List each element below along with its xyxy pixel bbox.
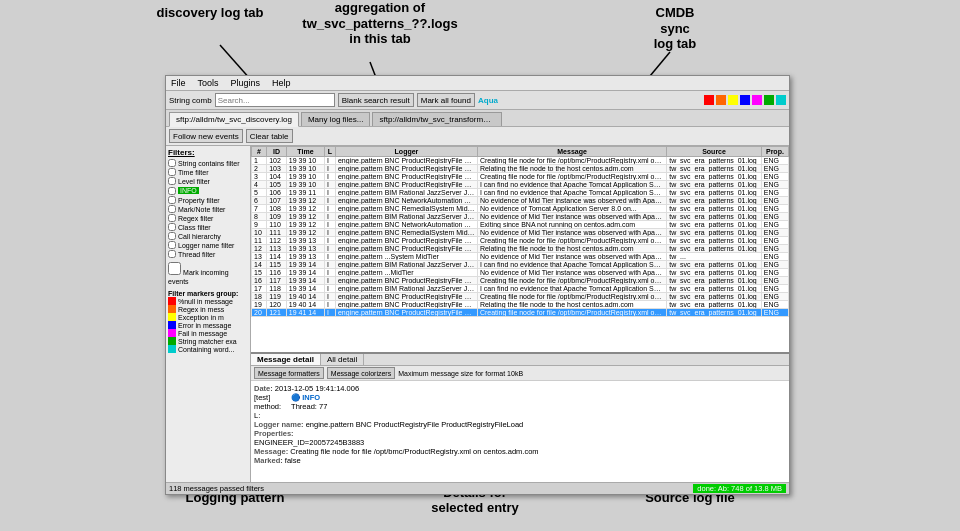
log-table-container[interactable]: # ID Time L Logger Message Source Prop. bbox=[251, 146, 789, 352]
filter-property-checkbox[interactable] bbox=[168, 196, 176, 204]
table-row[interactable]: 2 103 19 39 10 I engine.pattern BNC Prod… bbox=[252, 165, 789, 173]
marker-fail-color bbox=[168, 329, 176, 337]
filter-call-hierarchy-checkbox[interactable] bbox=[168, 232, 176, 240]
toolbar-color-magenta bbox=[752, 95, 762, 105]
filter-mark-note-checkbox[interactable] bbox=[168, 205, 176, 213]
table-row[interactable]: 10 111 19 39 12 I engine.pattern BNC Rem… bbox=[252, 229, 789, 237]
filter-info-checkbox[interactable] bbox=[168, 187, 176, 195]
col-time: Time bbox=[286, 147, 324, 157]
tab-transformer[interactable]: sftp://alldm/tw_svc_transformer.log bbox=[372, 112, 502, 126]
mark-incoming-checkbox[interactable] bbox=[168, 262, 181, 275]
detail-level-info: 🔵 INFO Thread: 77 bbox=[291, 393, 327, 420]
cell-num: 6 bbox=[252, 197, 267, 205]
cell-source: tw_svc_era_patterns_01.log bbox=[667, 301, 762, 309]
cell-id: 115 bbox=[267, 261, 287, 269]
filter-class: Class filter bbox=[168, 223, 248, 231]
filter-property: Property filter bbox=[168, 196, 248, 204]
message-formatters-button[interactable]: Message formatters bbox=[254, 367, 324, 379]
table-row[interactable]: 8 109 19 39 12 I engine.pattern BIM Rati… bbox=[252, 213, 789, 221]
table-row[interactable]: 17 118 19 39 14 I engine.pattern BIM Rat… bbox=[252, 285, 789, 293]
cell-prop: ENG bbox=[761, 221, 788, 229]
toolbar2: Follow new events Clear table bbox=[166, 127, 789, 146]
cell-logger: engine.pattern BNC ProductRegistryFile P… bbox=[335, 181, 477, 189]
cell-level: I bbox=[325, 157, 336, 165]
cell-num: 20 bbox=[252, 309, 267, 317]
app-window: File Tools Plugins Help String comb Blan… bbox=[165, 75, 790, 495]
cell-message: No evidence of Mid Tier instance was obs… bbox=[477, 253, 666, 261]
table-row[interactable]: 4 105 19 39 10 I engine.pattern BNC Prod… bbox=[252, 181, 789, 189]
cell-level: I bbox=[325, 285, 336, 293]
cell-source: tw_svc_era_patterns_01.log bbox=[667, 181, 762, 189]
table-row[interactable]: 11 112 19 39 13 I engine.pattern BNC Pro… bbox=[252, 237, 789, 245]
menu-file[interactable]: File bbox=[169, 77, 188, 89]
mark-all-found-button[interactable]: Mark all found bbox=[417, 93, 475, 107]
table-row[interactable]: 1 102 19 39 10 I engine.pattern BNC Prod… bbox=[252, 157, 789, 165]
table-row[interactable]: 18 119 19 40 14 I engine.pattern BNC Pro… bbox=[252, 293, 789, 301]
filter-string-contains-checkbox[interactable] bbox=[168, 159, 176, 167]
col-hash: # bbox=[252, 147, 267, 157]
cell-message: Creating file node for file /opt/bmc/Pro… bbox=[477, 277, 666, 285]
toolbar-color-blue bbox=[740, 95, 750, 105]
table-row[interactable]: 16 117 19 39 14 I engine.pattern BNC Pro… bbox=[252, 277, 789, 285]
message-colorizers-button[interactable]: Message colorizers bbox=[327, 367, 395, 379]
table-row[interactable]: 3 104 19 39 10 I engine.pattern BNC Prod… bbox=[252, 173, 789, 181]
cell-time: 19 39 10 bbox=[286, 157, 324, 165]
filter-mark-note: Mark/Note filter bbox=[168, 205, 248, 213]
cell-logger: engine.pattern BNC NetworkAutomation Aut… bbox=[335, 221, 477, 229]
menu-tools[interactable]: Tools bbox=[196, 77, 221, 89]
tab-all-detail[interactable]: All detail bbox=[321, 354, 364, 365]
table-row[interactable]: 14 115 19 39 14 I engine.pattern BIM Rat… bbox=[252, 261, 789, 269]
table-row[interactable]: 15 116 19 39 14 I engine.pattern ...MidT… bbox=[252, 269, 789, 277]
cell-time: 19 40 14 bbox=[286, 301, 324, 309]
cell-time: 19 39 14 bbox=[286, 285, 324, 293]
filter-markers-label: Filter markers group: bbox=[168, 290, 248, 297]
cell-prop: ENG bbox=[761, 173, 788, 181]
table-row[interactable]: 19 120 19 40 14 I engine.pattern BNC Pro… bbox=[252, 301, 789, 309]
blank-search-button[interactable]: Blank search result bbox=[338, 93, 414, 107]
clear-table-button[interactable]: Clear table bbox=[246, 129, 293, 143]
cell-message: Creating file node for file /opt/bmc/Pro… bbox=[477, 309, 666, 317]
filter-level: Level filter bbox=[168, 177, 248, 185]
table-row[interactable]: 13 114 19 39 13 I engine.pattern ...Syst… bbox=[252, 253, 789, 261]
max-size-label: Maximum message size for format 10kB bbox=[398, 370, 523, 377]
filter-level-checkbox[interactable] bbox=[168, 177, 176, 185]
tab-discovery[interactable]: sftp://alldm/tw_svc_discovery.log bbox=[169, 112, 299, 127]
search-input[interactable] bbox=[215, 93, 335, 107]
tab-message-detail[interactable]: Message detail bbox=[251, 354, 321, 365]
cell-prop: ENG bbox=[761, 245, 788, 253]
cell-id: 107 bbox=[267, 197, 287, 205]
cell-source: tw_svc_era_patterns_01.log bbox=[667, 165, 762, 173]
follow-new-events-button[interactable]: Follow new events bbox=[169, 129, 243, 143]
table-row[interactable]: 12 113 19 39 13 I engine.pattern BNC Pro… bbox=[252, 245, 789, 253]
table-row[interactable]: 9 110 19 39 12 I engine.pattern BNC Netw… bbox=[252, 221, 789, 229]
tab-many-logs[interactable]: Many log files... bbox=[301, 112, 371, 126]
table-row[interactable]: 7 108 19 39 12 I engine.pattern BNC Reme… bbox=[252, 205, 789, 213]
cell-logger: engine.pattern ...MidTier bbox=[335, 269, 477, 277]
filter-time-checkbox[interactable] bbox=[168, 168, 176, 176]
cell-logger: engine.pattern BNC ProductRegistryFile P… bbox=[335, 157, 477, 165]
cell-source: tw_svc_era_patterns_01.log bbox=[667, 293, 762, 301]
cell-message: No evidence of Mid Tier instance was obs… bbox=[477, 229, 666, 237]
cell-logger: engine.pattern BNC ProductRegistryFile P… bbox=[335, 301, 477, 309]
log-table: # ID Time L Logger Message Source Prop. bbox=[251, 146, 789, 317]
menu-help[interactable]: Help bbox=[270, 77, 293, 89]
table-row[interactable]: 5 106 19 39 11 I engine.pattern BIM Rati… bbox=[252, 189, 789, 197]
filter-regex-checkbox[interactable] bbox=[168, 214, 176, 222]
cell-time: 19 39 11 bbox=[286, 189, 324, 197]
cell-logger: engine.pattern BNC ProductRegistryFile P… bbox=[335, 173, 477, 181]
cell-level: I bbox=[325, 213, 336, 221]
marker-null-color bbox=[168, 297, 176, 305]
filter-thread-checkbox[interactable] bbox=[168, 250, 176, 258]
table-row[interactable]: 6 107 19 39 12 I engine.pattern BNC Netw… bbox=[252, 197, 789, 205]
cell-time: 19 39 10 bbox=[286, 181, 324, 189]
cell-logger: engine.pattern BNC ProductRegistryFile P… bbox=[335, 293, 477, 301]
table-row[interactable]: 20 121 19 41 14 I engine.pattern BNC Pro… bbox=[252, 309, 789, 317]
detail-engineer-id: ENGINEER_ID=20057245B3883 bbox=[254, 438, 786, 447]
cell-level: I bbox=[325, 237, 336, 245]
filter-logger-name-checkbox[interactable] bbox=[168, 241, 176, 249]
cell-time: 19 39 12 bbox=[286, 205, 324, 213]
filter-class-checkbox[interactable] bbox=[168, 223, 176, 231]
cell-id: 119 bbox=[267, 293, 287, 301]
menu-plugins[interactable]: Plugins bbox=[229, 77, 263, 89]
cell-prop: ENG bbox=[761, 277, 788, 285]
